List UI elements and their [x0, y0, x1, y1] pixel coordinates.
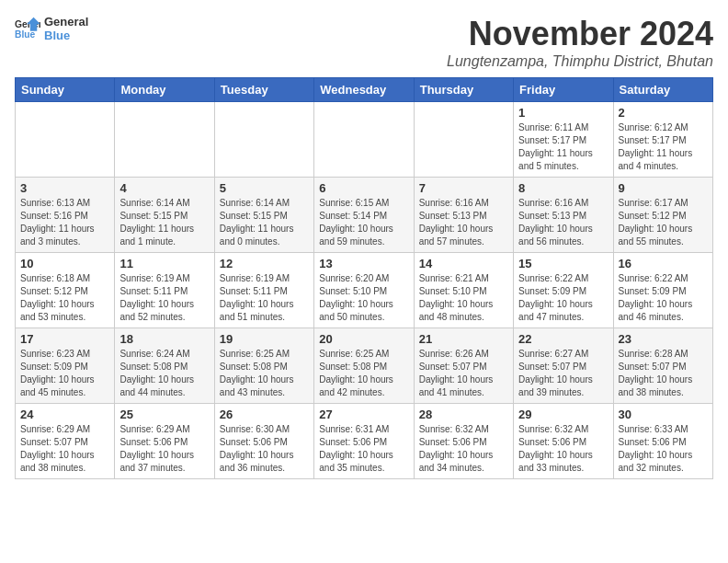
calendar-cell: 21Sunrise: 6:26 AM Sunset: 5:07 PM Dayli…: [414, 328, 513, 404]
calendar-cell: 29Sunrise: 6:32 AM Sunset: 5:06 PM Dayli…: [514, 404, 613, 479]
weekday-header-saturday: Saturday: [613, 78, 712, 102]
calendar-cell: 15Sunrise: 6:22 AM Sunset: 5:09 PM Dayli…: [514, 253, 613, 328]
day-number: 26: [220, 408, 309, 421]
day-number: 20: [319, 332, 408, 346]
day-number: 3: [20, 181, 109, 195]
day-info: Sunrise: 6:22 AM Sunset: 5:09 PM Dayligh…: [518, 272, 608, 324]
day-number: 2: [619, 106, 708, 120]
day-info: Sunrise: 6:16 AM Sunset: 5:13 PM Dayligh…: [518, 197, 608, 248]
day-info: Sunrise: 6:20 AM Sunset: 5:10 PM Dayligh…: [319, 272, 408, 324]
calendar-cell: 25Sunrise: 6:29 AM Sunset: 5:06 PM Dayli…: [115, 404, 214, 479]
calendar-cell: 5Sunrise: 6:14 AM Sunset: 5:15 PM Daylig…: [214, 178, 313, 253]
calendar-week-5: 24Sunrise: 6:29 AM Sunset: 5:07 PM Dayli…: [16, 404, 713, 479]
calendar-week-3: 10Sunrise: 6:18 AM Sunset: 5:12 PM Dayli…: [16, 253, 713, 328]
calendar-cell: 19Sunrise: 6:25 AM Sunset: 5:08 PM Dayli…: [214, 328, 313, 404]
day-number: 27: [319, 408, 408, 421]
calendar-cell: 24Sunrise: 6:29 AM Sunset: 5:07 PM Dayli…: [16, 404, 115, 479]
day-info: Sunrise: 6:14 AM Sunset: 5:15 PM Dayligh…: [119, 197, 209, 248]
logo-icon: General Blue: [15, 16, 40, 41]
day-info: Sunrise: 6:26 AM Sunset: 5:07 PM Dayligh…: [419, 348, 508, 399]
day-info: Sunrise: 6:16 AM Sunset: 5:13 PM Dayligh…: [419, 197, 508, 248]
day-info: Sunrise: 6:14 AM Sunset: 5:15 PM Dayligh…: [220, 197, 309, 248]
day-info: Sunrise: 6:33 AM Sunset: 5:06 PM Dayligh…: [619, 423, 708, 475]
day-number: 1: [518, 106, 608, 120]
day-number: 9: [619, 181, 708, 195]
day-info: Sunrise: 6:27 AM Sunset: 5:07 PM Dayligh…: [518, 348, 608, 399]
subtitle: Lungtenzampa, Thimphu District, Bhutan: [447, 53, 713, 70]
calendar-cell: 23Sunrise: 6:28 AM Sunset: 5:07 PM Dayli…: [613, 328, 712, 404]
calendar-cell: 28Sunrise: 6:32 AM Sunset: 5:06 PM Dayli…: [414, 404, 513, 479]
day-number: 16: [619, 257, 708, 270]
day-info: Sunrise: 6:13 AM Sunset: 5:16 PM Dayligh…: [20, 197, 109, 248]
day-number: 19: [220, 332, 309, 346]
calendar-cell: 6Sunrise: 6:15 AM Sunset: 5:14 PM Daylig…: [314, 178, 414, 253]
calendar-cell: [214, 102, 313, 178]
weekday-header-sunday: Sunday: [16, 78, 115, 102]
day-number: 30: [619, 408, 708, 421]
day-number: 28: [419, 408, 508, 421]
day-info: Sunrise: 6:24 AM Sunset: 5:08 PM Dayligh…: [119, 348, 209, 399]
day-number: 25: [119, 408, 209, 421]
calendar-cell: 30Sunrise: 6:33 AM Sunset: 5:06 PM Dayli…: [613, 404, 712, 479]
day-number: 23: [619, 332, 708, 346]
title-section: November 2024 Lungtenzampa, Thimphu Dist…: [447, 15, 713, 70]
day-number: 15: [518, 257, 608, 270]
logo-blue: Blue: [44, 29, 88, 42]
logo: General Blue General Blue: [15, 15, 88, 42]
day-number: 8: [518, 181, 608, 195]
calendar-cell: [414, 102, 513, 178]
calendar-cell: [16, 102, 115, 178]
day-info: Sunrise: 6:21 AM Sunset: 5:10 PM Dayligh…: [419, 272, 508, 324]
day-number: 17: [20, 332, 109, 346]
day-info: Sunrise: 6:15 AM Sunset: 5:14 PM Dayligh…: [319, 197, 408, 248]
day-info: Sunrise: 6:18 AM Sunset: 5:12 PM Dayligh…: [20, 272, 109, 324]
calendar-cell: 4Sunrise: 6:14 AM Sunset: 5:15 PM Daylig…: [115, 178, 214, 253]
day-info: Sunrise: 6:29 AM Sunset: 5:07 PM Dayligh…: [20, 423, 109, 475]
day-number: 21: [419, 332, 508, 346]
calendar-cell: [115, 102, 214, 178]
calendar-week-4: 17Sunrise: 6:23 AM Sunset: 5:09 PM Dayli…: [16, 328, 713, 404]
calendar-cell: 3Sunrise: 6:13 AM Sunset: 5:16 PM Daylig…: [16, 178, 115, 253]
day-number: 24: [20, 408, 109, 421]
day-number: 7: [419, 181, 508, 195]
calendar-table: SundayMondayTuesdayWednesdayThursdayFrid…: [15, 77, 713, 479]
header-section: General Blue General Blue November 2024 …: [15, 15, 713, 70]
day-info: Sunrise: 6:12 AM Sunset: 5:17 PM Dayligh…: [619, 121, 708, 173]
day-info: Sunrise: 6:32 AM Sunset: 5:06 PM Dayligh…: [518, 423, 608, 475]
calendar-cell: 2Sunrise: 6:12 AM Sunset: 5:17 PM Daylig…: [613, 102, 712, 178]
calendar-week-2: 3Sunrise: 6:13 AM Sunset: 5:16 PM Daylig…: [16, 178, 713, 253]
day-info: Sunrise: 6:19 AM Sunset: 5:11 PM Dayligh…: [119, 272, 209, 324]
day-number: 29: [518, 408, 608, 421]
day-info: Sunrise: 6:29 AM Sunset: 5:06 PM Dayligh…: [119, 423, 209, 475]
day-info: Sunrise: 6:32 AM Sunset: 5:06 PM Dayligh…: [419, 423, 508, 475]
calendar-cell: 20Sunrise: 6:25 AM Sunset: 5:08 PM Dayli…: [314, 328, 414, 404]
day-info: Sunrise: 6:30 AM Sunset: 5:06 PM Dayligh…: [220, 423, 309, 475]
weekday-header-tuesday: Tuesday: [214, 78, 313, 102]
day-number: 11: [119, 257, 209, 270]
day-info: Sunrise: 6:17 AM Sunset: 5:12 PM Dayligh…: [619, 197, 708, 248]
calendar-cell: 1Sunrise: 6:11 AM Sunset: 5:17 PM Daylig…: [514, 102, 613, 178]
day-info: Sunrise: 6:19 AM Sunset: 5:11 PM Dayligh…: [220, 272, 309, 324]
calendar-week-1: 1Sunrise: 6:11 AM Sunset: 5:17 PM Daylig…: [16, 102, 713, 178]
day-number: 10: [20, 257, 109, 270]
logo-general: General: [44, 15, 88, 29]
calendar-cell: 10Sunrise: 6:18 AM Sunset: 5:12 PM Dayli…: [16, 253, 115, 328]
calendar-cell: 13Sunrise: 6:20 AM Sunset: 5:10 PM Dayli…: [314, 253, 414, 328]
weekday-header-friday: Friday: [514, 78, 613, 102]
day-number: 4: [119, 181, 209, 195]
day-number: 5: [220, 181, 309, 195]
day-number: 14: [419, 257, 508, 270]
calendar-cell: 11Sunrise: 6:19 AM Sunset: 5:11 PM Dayli…: [115, 253, 214, 328]
main-title: November 2024: [447, 15, 713, 53]
calendar-cell: 7Sunrise: 6:16 AM Sunset: 5:13 PM Daylig…: [414, 178, 513, 253]
day-number: 6: [319, 181, 408, 195]
day-number: 12: [220, 257, 309, 270]
svg-text:Blue: Blue: [15, 29, 36, 40]
calendar-cell: 12Sunrise: 6:19 AM Sunset: 5:11 PM Dayli…: [214, 253, 313, 328]
weekday-header-monday: Monday: [115, 78, 214, 102]
day-number: 13: [319, 257, 408, 270]
day-info: Sunrise: 6:25 AM Sunset: 5:08 PM Dayligh…: [220, 348, 309, 399]
day-info: Sunrise: 6:22 AM Sunset: 5:09 PM Dayligh…: [619, 272, 708, 324]
day-info: Sunrise: 6:31 AM Sunset: 5:06 PM Dayligh…: [319, 423, 408, 475]
calendar-header-row: SundayMondayTuesdayWednesdayThursdayFrid…: [16, 78, 713, 102]
